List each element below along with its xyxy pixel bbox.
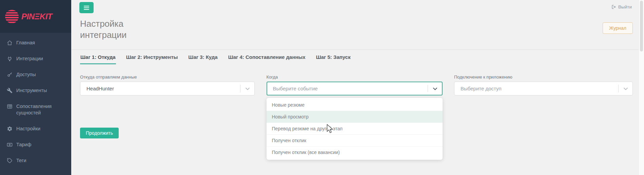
tab-step3-destination[interactable]: Шаг 3: Куда (188, 50, 218, 64)
sidebar-item-entity-mapping[interactable]: Сопоставления сущностей (0, 99, 71, 121)
sidebar-item-tools[interactable]: Инструменты (0, 83, 71, 99)
app-logo[interactable]: PINΞKIT (0, 0, 71, 33)
option-new-resumes[interactable]: Новые резюме (267, 99, 443, 111)
banknote-icon (7, 142, 13, 148)
vertical-scrollbar (639, 0, 644, 175)
sidebar-item-label: Тариф (16, 141, 31, 148)
chevron-down-icon (245, 87, 250, 90)
table-icon (7, 104, 13, 109)
sidebar-item-main[interactable]: Главная (0, 35, 71, 51)
sidebar-item-settings[interactable]: Настройки (0, 121, 71, 137)
access-select[interactable]: Выберите доступ (454, 82, 633, 95)
main-content: Выйти Настройка интеграции Журнал Шаг 1:… (71, 0, 644, 175)
tab-step4-data-mapping[interactable]: Шаг 4: Сопоставление данных (228, 50, 306, 64)
sidebar-nav: Главная Интеграции Доступы Инструменты С… (0, 33, 71, 169)
tag-icon (7, 158, 13, 163)
sidebar-item-label: Интеграции (16, 56, 43, 62)
tab-step1-source[interactable]: Шаг 1: Откуда (80, 50, 116, 64)
step1-form: Откуда отправляем данные HeadHunter Когд… (71, 74, 644, 95)
sidebar-item-label: Настройки (16, 126, 40, 132)
sidebar-item-integrations[interactable]: Интеграции (0, 51, 71, 67)
sidebar-item-accesses[interactable]: Доступы (0, 67, 71, 83)
wrench-icon (7, 88, 13, 93)
data-source-select[interactable]: HeadHunter (80, 82, 255, 95)
continue-button[interactable]: Продолжить (80, 128, 119, 138)
sidebar: PINΞKIT Главная Интеграции Доступы Инстр… (0, 0, 71, 175)
chevron-down-icon (623, 87, 628, 90)
scrollbar-thumb[interactable] (640, 1, 643, 51)
brand-stylized-e: Ξ (35, 12, 40, 21)
select-placeholder: Выберите событие (273, 86, 318, 91)
select-divider (428, 85, 428, 92)
sidebar-item-label: Главная (16, 40, 35, 46)
home-icon (7, 40, 13, 46)
selected-value: HeadHunter (86, 86, 114, 91)
tab-step5-launch[interactable]: Шаг 5: Запуск (316, 50, 351, 64)
field-app-connection: Подключение к приложению Выберите доступ (454, 74, 633, 95)
topbar: Выйти (71, 0, 644, 15)
option-response-received-all-vacancies[interactable]: Получен отклик (все вакансии) (267, 147, 443, 158)
option-new-view[interactable]: Новый просмотр (267, 111, 443, 123)
option-response-received[interactable]: Получен отклик (267, 135, 443, 147)
sidebar-item-tariff[interactable]: Тариф (0, 137, 71, 153)
event-select[interactable]: Выберите событие (267, 82, 443, 95)
field-label: Откуда отправляем данные (80, 74, 255, 80)
logout-label: Выйти (618, 4, 632, 9)
brand-part1: PIN (21, 12, 35, 21)
field-label: Подключение к приложению (454, 74, 633, 80)
field-event: Когда Выберите событие Новые резюме Новы… (267, 74, 443, 95)
event-options-dropdown: Новые резюме Новый просмотр Перевод резю… (267, 98, 443, 160)
page-title: Настройка интеграции (80, 18, 161, 41)
page-header: Настройка интеграции Журнал (71, 15, 644, 50)
field-label: Когда (267, 74, 443, 80)
select-placeholder: Выберите доступ (461, 86, 502, 91)
sidebar-toggle-button[interactable] (79, 2, 94, 13)
sidebar-item-label: Инструменты (16, 87, 47, 94)
brand-striped-globe-icon (5, 10, 19, 23)
option-resume-stage-change[interactable]: Перевод резюме на другой этап (267, 123, 443, 135)
sidebar-item-label: Теги (16, 157, 26, 164)
select-divider (618, 85, 619, 92)
step-tabs: Шаг 1: Откуда Шаг 2: Инструменты Шаг 3: … (71, 50, 644, 64)
gear-icon (7, 126, 13, 132)
hamburger-icon (84, 6, 89, 6)
field-data-source: Откуда отправляем данные HeadHunter (80, 74, 255, 95)
chevron-down-icon (433, 87, 437, 90)
brand-name: PINΞKIT (21, 12, 52, 21)
brand-part2: KIT (40, 12, 52, 21)
journal-button[interactable]: Журнал (603, 22, 633, 34)
key-icon (7, 72, 13, 78)
select-divider (240, 85, 240, 92)
logout-link[interactable]: Выйти (611, 4, 632, 9)
sidebar-item-label: Сопоставления сущностей (16, 103, 66, 116)
plug-icon (7, 56, 13, 62)
sign-out-icon (611, 4, 616, 9)
sidebar-item-label: Доступы (16, 71, 36, 78)
sidebar-item-tags[interactable]: Теги (0, 153, 71, 169)
tab-step2-tools[interactable]: Шаг 2: Инструменты (126, 50, 178, 64)
